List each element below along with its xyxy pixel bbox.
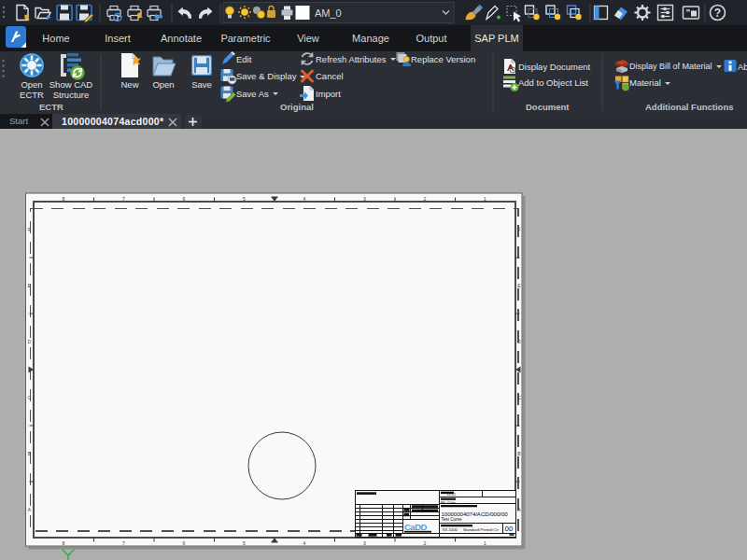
svg-text:F: F xyxy=(517,227,520,232)
svg-text:00: 00 xyxy=(505,525,513,533)
svg-text:3: 3 xyxy=(363,540,366,546)
svg-text:1: 1 xyxy=(484,196,486,202)
svg-text:10000004074/ACD/000/00: 10000004074/ACD/000/00 xyxy=(442,511,509,517)
svg-text:7: 7 xyxy=(122,540,125,546)
svg-text:4: 4 xyxy=(303,196,306,202)
svg-text:Standard Printed Cir: Standard Printed Cir xyxy=(463,527,500,532)
svg-text:D: D xyxy=(28,339,32,344)
svg-text:Mr. Dida: Mr. Dida xyxy=(441,500,457,505)
svg-text:XX-1000: XX-1000 xyxy=(443,527,458,532)
svg-text:3: 3 xyxy=(363,196,366,202)
svg-text:?: ? xyxy=(714,7,721,20)
svg-text:6: 6 xyxy=(183,540,186,546)
svg-text:F: F xyxy=(28,227,31,232)
svg-text:5: 5 xyxy=(243,196,246,202)
svg-text:8: 8 xyxy=(63,540,65,546)
svg-text:AM_0: AM_0 xyxy=(315,7,342,19)
svg-text:C: C xyxy=(28,395,32,400)
svg-text:2: 2 xyxy=(424,540,427,546)
svg-text:Test Curse: Test Curse xyxy=(442,517,462,522)
svg-text:12/12: 12/12 xyxy=(447,493,457,497)
svg-text:1: 1 xyxy=(484,540,486,546)
svg-text:C: C xyxy=(517,395,521,400)
svg-text:6: 6 xyxy=(183,196,186,202)
svg-text:7: 7 xyxy=(122,196,125,202)
svg-text:8: 8 xyxy=(63,196,65,202)
svg-text:D: D xyxy=(517,339,521,344)
svg-text:4: 4 xyxy=(303,540,306,546)
svg-text:2: 2 xyxy=(424,196,427,202)
svg-text:CaDD: CaDD xyxy=(404,522,428,532)
svg-text:5: 5 xyxy=(243,540,246,546)
